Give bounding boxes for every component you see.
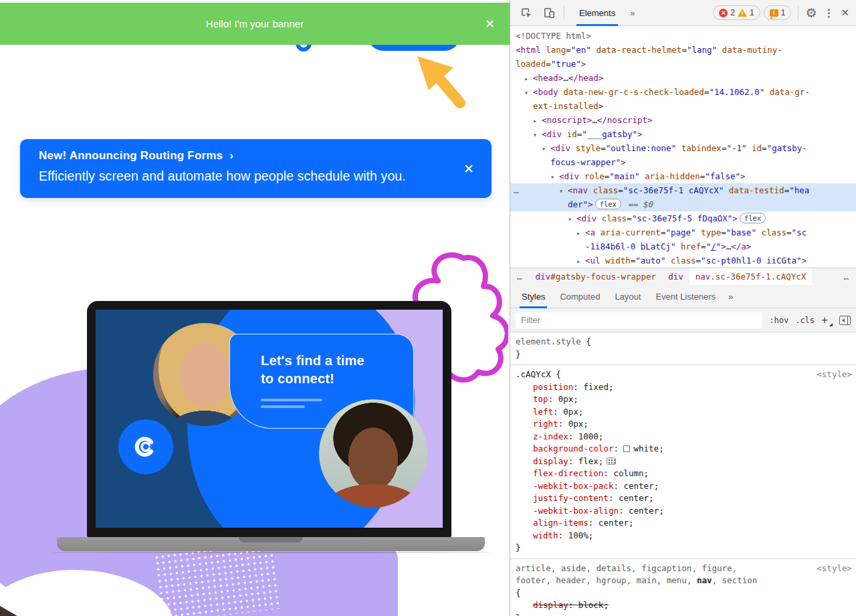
console-errors-badge[interactable]: ✕ 2 1 xyxy=(713,5,760,20)
toolbar-separator xyxy=(798,6,798,19)
tree-row[interactable]: ▸<a aria-current="page" type="base" clas… xyxy=(510,225,856,239)
new-style-rule-button[interactable]: + xyxy=(821,314,833,327)
breadcrumb-more-right[interactable]: … xyxy=(837,272,856,282)
breadcrumb-item[interactable]: div#gatsby-focus-wrapper xyxy=(530,268,663,285)
css-rule-close: } xyxy=(516,348,851,361)
flex-badge[interactable]: flex xyxy=(740,213,766,223)
css-declaration[interactable]: -webkit-box-align: center; xyxy=(516,505,851,518)
sidebar-panel-icon[interactable] xyxy=(839,316,851,325)
tree-row[interactable]: <!DOCTYPE html> xyxy=(510,29,856,43)
page-preview: Hello! I'm your banner ✕ New! Announcing… xyxy=(0,0,510,616)
breadcrumb-item[interactable]: nav.sc-36e75f-1.cAQYcX xyxy=(689,268,813,285)
css-declaration[interactable]: right: 0px; xyxy=(516,418,851,431)
href-link[interactable]: / xyxy=(711,241,716,251)
corner-image-fragment xyxy=(0,606,17,616)
styles-tab-event-listeners[interactable]: Event Listeners xyxy=(648,285,723,308)
expand-arrow-open-icon[interactable]: ▾ xyxy=(533,128,542,142)
css-declaration[interactable]: display: block; xyxy=(516,599,851,612)
tab-elements[interactable]: Elements xyxy=(571,0,623,26)
flex-editor-icon[interactable] xyxy=(607,457,616,465)
tree-row[interactable]: ▸<head>…</head> xyxy=(510,71,856,85)
laptop-base xyxy=(57,537,485,551)
inspect-element-icon[interactable] xyxy=(518,4,534,21)
tree-row[interactable]: ▾<div role="main" aria-hidden="false"> xyxy=(510,169,856,183)
announcement-banner: New! Announcing Routing Forms› Efficient… xyxy=(20,139,492,198)
css-declaration[interactable]: background-color: white; xyxy=(516,443,851,455)
css-declaration[interactable]: left: 0px; xyxy=(516,406,851,419)
expand-arrow-closed-icon[interactable]: ▸ xyxy=(576,254,585,268)
styles-tab-styles[interactable]: Styles xyxy=(514,285,552,308)
warning-icon xyxy=(738,9,747,17)
screenshot-root: Hello! I'm your banner ✕ New! Announcing… xyxy=(0,0,856,616)
styles-filter-input[interactable] xyxy=(516,312,762,328)
expand-arrow-closed-icon[interactable]: ▸ xyxy=(576,226,585,240)
expand-arrow-closed-icon[interactable]: ▸ xyxy=(533,114,542,128)
flex-badge[interactable]: flex xyxy=(595,199,621,209)
css-rule-close: } xyxy=(516,542,851,554)
tree-row[interactable]: loaded="true"> xyxy=(510,57,856,71)
css-declaration[interactable]: -webkit-box-pack: center; xyxy=(516,480,851,493)
tree-row[interactable]: ▸<noscript>…</noscript> xyxy=(510,113,856,127)
breadcrumb-item[interactable]: div xyxy=(662,268,689,285)
devtools-divider[interactable] xyxy=(510,0,510,616)
expand-arrow-open-icon[interactable]: ▾ xyxy=(524,86,533,100)
expand-arrow-open-icon[interactable]: ▾ xyxy=(550,170,559,184)
tree-row[interactable]: focus-wrapper"> xyxy=(510,155,856,169)
expand-arrow-open-icon[interactable]: ▾ xyxy=(559,184,568,198)
toggle-hover-state-button[interactable]: :hov xyxy=(769,316,788,325)
laptop-notch xyxy=(239,537,303,542)
breadcrumb-more-left[interactable]: … xyxy=(510,272,530,282)
css-selector[interactable]: footer, header, hgroup, main, menu, nav,… xyxy=(516,575,851,587)
color-swatch xyxy=(623,445,630,452)
tree-row[interactable]: ▾<div id="___gatsby"> xyxy=(510,127,856,141)
styles-more-tabs-icon[interactable]: » xyxy=(728,292,733,302)
css-declaration[interactable]: width: 100%; xyxy=(516,530,851,542)
css-declaration[interactable]: position: fixed; xyxy=(516,381,851,394)
styles-tab-layout[interactable]: Layout xyxy=(607,285,648,308)
toolbar-separator xyxy=(564,6,564,19)
styles-tab-computed[interactable]: Computed xyxy=(552,285,607,308)
device-toolbar-icon[interactable] xyxy=(541,4,557,21)
css-declaration[interactable]: align-items: center; xyxy=(516,517,851,530)
expand-arrow-closed-icon[interactable]: ▸ xyxy=(524,72,533,86)
css-selector[interactable]: article, aside, details, figcaption, fig… xyxy=(516,562,851,575)
expand-arrow-open-icon[interactable]: ▾ xyxy=(542,142,550,156)
tree-row[interactable]: ▾<div style="outline:none" tabindex="-1"… xyxy=(510,141,856,155)
tree-row[interactable]: ▸<ul width="auto" class="sc-pt0hl1-0 iiC… xyxy=(510,253,856,268)
issues-badge[interactable]: ! 1 xyxy=(764,5,792,20)
kebab-menu-icon[interactable]: ⋮ xyxy=(823,7,834,19)
styles-tab-bar: StylesComputedLayoutEvent Listeners» xyxy=(510,285,856,308)
css-selector[interactable]: .cAQYcX { xyxy=(516,369,851,381)
css-selector[interactable]: { xyxy=(516,587,851,600)
tree-row[interactable]: ext-installed> xyxy=(510,99,856,113)
expand-arrow-open-icon[interactable]: ▾ xyxy=(568,212,576,226)
css-declaration[interactable]: z-index: 1000; xyxy=(516,431,851,443)
calendly-wordmark-descender xyxy=(296,44,313,52)
placeholder-bar xyxy=(261,405,305,408)
laptop-mockup: Let's find a time to connect! xyxy=(87,301,451,537)
css-declaration[interactable]: top: 0px; xyxy=(516,393,851,406)
more-tabs-icon[interactable]: » xyxy=(630,8,635,18)
tree-row[interactable]: -1i84b6l-0 bLatCj" href="/">…</a> xyxy=(510,239,856,253)
calendly-c-icon xyxy=(131,432,160,461)
css-declaration[interactable]: flex-direction: column; xyxy=(516,468,851,480)
devtools-close-icon[interactable]: ✕ xyxy=(841,7,849,19)
calendly-logo-badge xyxy=(118,419,173,474)
announcement-close-icon[interactable]: ✕ xyxy=(463,161,474,177)
tree-row[interactable]: <html lang="en" data-react-helmet="lang"… xyxy=(510,43,856,57)
announcement-title-link[interactable]: New! Announcing Routing Forms› xyxy=(39,149,233,163)
tree-row[interactable]: ▾<div class="sc-36e75f-5 fDqaOX">flex xyxy=(510,211,856,225)
css-declaration[interactable]: justify-content: center; xyxy=(516,492,851,505)
laptop-shadow xyxy=(52,552,491,553)
tree-row[interactable]: ▾<body data-new-gr-c-s-check-loaded="14.… xyxy=(510,85,856,99)
toggle-class-button[interactable]: .cls xyxy=(795,316,815,325)
banner-close-icon[interactable]: ✕ xyxy=(485,18,495,30)
announcement-title: New! Announcing Routing Forms xyxy=(39,149,223,162)
css-selector[interactable]: element.style { xyxy=(516,336,851,348)
settings-gear-icon[interactable]: ⚙ xyxy=(805,5,817,21)
cursor-arrow-icon xyxy=(409,54,471,112)
devtools-panel: Elements » ✕ 2 1 ! 1 ⚙ ⋮ ✕ <!DOCTYPE htm… xyxy=(510,0,856,616)
css-declaration[interactable]: display: flex; xyxy=(516,455,851,468)
tree-row[interactable]: der">flex == $0 xyxy=(510,197,856,211)
tree-row[interactable]: …▾<nav class="sc-36e75f-1 cAQYcX" data-t… xyxy=(510,183,856,197)
